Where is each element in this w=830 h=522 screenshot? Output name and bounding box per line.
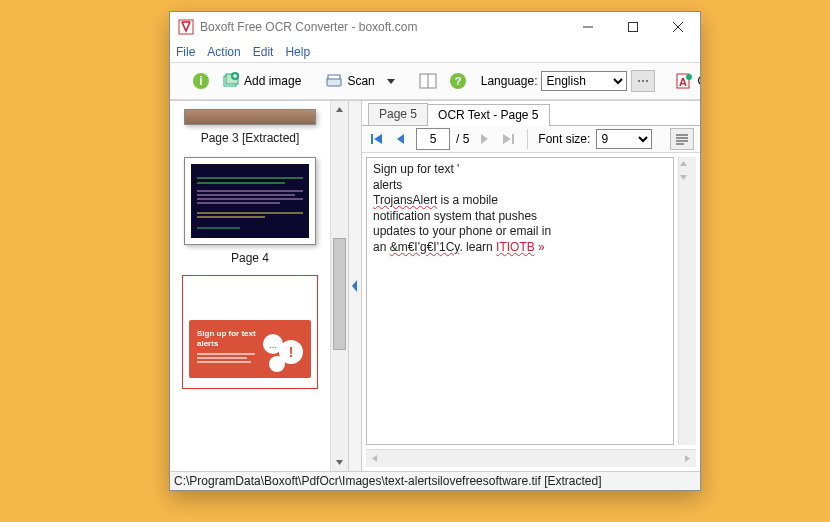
- scan-dropdown[interactable]: [383, 75, 399, 87]
- thumbnail-label: Page 4: [231, 251, 269, 265]
- scroll-down-icon[interactable]: [331, 454, 348, 471]
- last-page-button[interactable]: [499, 130, 517, 148]
- svg-point-19: [638, 80, 640, 82]
- content-pane: Page 5 OCR Text - Page 5 / 5 Font size: …: [362, 101, 700, 471]
- svg-rect-50: [371, 134, 373, 144]
- font-size-select[interactable]: 9: [596, 129, 652, 149]
- svg-marker-60: [680, 161, 687, 166]
- language-label: Language:: [481, 74, 538, 88]
- thumbnail-label: Page 3 [Extracted]: [201, 131, 300, 145]
- layout-icon[interactable]: [415, 70, 441, 92]
- ocr-text-area[interactable]: Sign up for text ' alerts TrojansAlert i…: [366, 157, 674, 445]
- svg-marker-63: [685, 455, 690, 462]
- help-icon[interactable]: ?: [445, 70, 471, 92]
- maximize-button[interactable]: [610, 12, 655, 42]
- tab-page-image[interactable]: Page 5: [368, 103, 428, 125]
- align-toggle-button[interactable]: [670, 128, 694, 150]
- prev-page-button[interactable]: [392, 130, 410, 148]
- svg-marker-49: [352, 280, 357, 292]
- toolbar: i Add image Scan: [170, 62, 700, 100]
- svg-rect-55: [512, 134, 514, 144]
- svg-text:…: …: [269, 341, 277, 350]
- svg-text:!: !: [289, 344, 294, 360]
- svg-rect-2: [628, 23, 637, 32]
- current-page-input[interactable]: [416, 128, 450, 150]
- scroll-down-icon[interactable]: [679, 171, 696, 185]
- first-page-button[interactable]: [368, 130, 386, 148]
- scroll-up-icon[interactable]: [679, 157, 696, 171]
- svg-marker-14: [387, 79, 395, 84]
- svg-rect-13: [328, 75, 340, 79]
- svg-text:i: i: [199, 74, 202, 88]
- svg-marker-62: [372, 455, 377, 462]
- thumbnail-page-4[interactable]: Page 4: [173, 157, 328, 265]
- align-lines-icon: [675, 133, 689, 145]
- menu-bar: File Action Edit Help: [170, 42, 700, 62]
- svg-text:?: ?: [454, 75, 461, 87]
- menu-help[interactable]: Help: [285, 45, 310, 59]
- ocr-label: OCR: [697, 74, 700, 88]
- status-bar: C:\ProgramData\Boxoft\PdfOcr\Images\text…: [170, 471, 700, 490]
- scroll-left-icon[interactable]: [366, 450, 383, 467]
- add-image-info-icon[interactable]: i: [188, 70, 214, 92]
- thumbnail-page-3[interactable]: Page 3 [Extracted]: [173, 109, 328, 145]
- tab-ocr-text[interactable]: OCR Text - Page 5: [427, 104, 550, 126]
- next-page-button[interactable]: [475, 130, 493, 148]
- close-button[interactable]: [655, 12, 700, 42]
- scroll-up-icon[interactable]: [331, 101, 348, 118]
- pane-splitter[interactable]: [349, 101, 362, 471]
- scan-label: Scan: [347, 74, 374, 88]
- status-text: C:\ProgramData\Boxoft\PdfOcr\Images\text…: [174, 474, 602, 488]
- main-body: Page 3 [Extracted]: [170, 100, 700, 471]
- svg-marker-48: [336, 460, 343, 465]
- svg-marker-51: [374, 134, 382, 144]
- menu-action[interactable]: Action: [207, 45, 240, 59]
- svg-text:Sign up for text: Sign up for text: [197, 329, 256, 338]
- scroll-right-icon[interactable]: [679, 450, 696, 467]
- ocr-vertical-scrollbar[interactable]: [678, 157, 696, 445]
- add-image-label: Add image: [244, 74, 301, 88]
- minimize-button[interactable]: [565, 12, 610, 42]
- ocr-horizontal-scrollbar[interactable]: [366, 449, 696, 467]
- ocr-nav-toolbar: / 5 Font size: 9: [362, 126, 700, 153]
- language-more-button[interactable]: [631, 70, 655, 92]
- thumbnail-pane: Page 3 [Extracted]: [170, 101, 349, 471]
- language-select[interactable]: English: [541, 71, 627, 91]
- font-size-label: Font size:: [538, 132, 590, 146]
- app-icon: [178, 19, 194, 35]
- scrollbar-thumb[interactable]: [333, 238, 346, 350]
- ocr-button[interactable]: A OCR: [671, 70, 700, 92]
- scan-button[interactable]: Scan: [321, 70, 378, 92]
- svg-marker-52: [397, 134, 404, 144]
- chevron-left-icon: [351, 279, 359, 293]
- svg-point-24: [686, 74, 692, 80]
- svg-point-44: [269, 356, 285, 372]
- svg-point-21: [646, 80, 648, 82]
- svg-marker-53: [481, 134, 488, 144]
- svg-marker-54: [503, 134, 511, 144]
- thumbnail-scrollbar[interactable]: [330, 101, 348, 471]
- menu-file[interactable]: File: [176, 45, 195, 59]
- thumbnail-page-5[interactable]: Sign up for text alerts ! …: [173, 275, 328, 389]
- svg-rect-25: [191, 164, 309, 238]
- svg-text:A: A: [679, 76, 687, 88]
- svg-marker-47: [336, 107, 343, 112]
- menu-edit[interactable]: Edit: [253, 45, 274, 59]
- add-image-button[interactable]: Add image: [218, 70, 305, 92]
- total-pages-label: / 5: [456, 132, 469, 146]
- svg-text:alerts: alerts: [197, 339, 219, 348]
- window-title: Boxoft Free OCR Converter - boxoft.com: [200, 20, 565, 34]
- svg-point-20: [642, 80, 644, 82]
- svg-marker-61: [680, 175, 687, 180]
- tab-bar: Page 5 OCR Text - Page 5: [362, 101, 700, 126]
- app-window: Boxoft Free OCR Converter - boxoft.com F…: [169, 11, 701, 491]
- titlebar: Boxoft Free OCR Converter - boxoft.com: [170, 12, 700, 42]
